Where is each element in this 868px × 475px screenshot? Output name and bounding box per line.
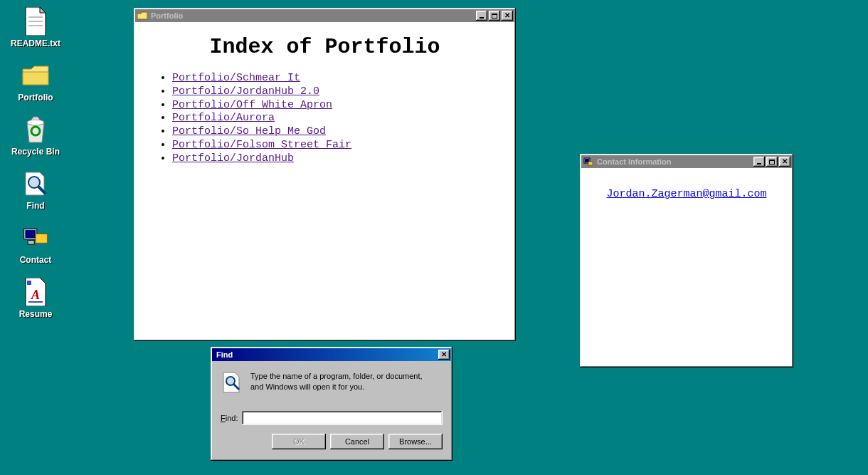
contact-titlebar[interactable]: Contact Information ✕ <box>581 155 792 168</box>
svg-point-8 <box>27 120 44 125</box>
find-label: Find: <box>221 414 238 422</box>
desktop-icon-readme[interactable]: README.txt <box>4 7 68 48</box>
portfolio-titlebar[interactable]: Portfolio ✕ <box>135 9 514 22</box>
recycle-bin-icon <box>21 115 50 144</box>
portfolio-link-item: Portfolio/Folsom Street Fair <box>172 139 500 152</box>
close-button[interactable]: ✕ <box>779 157 790 167</box>
find-titlebar[interactable]: Find ✕ <box>212 348 451 361</box>
portfolio-link-item: Portfolio/Off White Apron <box>172 99 500 113</box>
folder-icon <box>137 10 148 21</box>
desktop-icons: README.txt Portfolio Recycle Bin <box>0 7 71 319</box>
desktop-icon-recycle-bin[interactable]: Recycle Bin <box>4 115 68 157</box>
desktop-icon-label: Recycle Bin <box>11 147 60 157</box>
portfolio-link-item: Portfolio/So Help Me God <box>172 125 500 139</box>
portfolio-link[interactable]: Portfolio/Schmear It <box>172 72 300 84</box>
svg-text:A: A <box>31 288 40 302</box>
portfolio-link[interactable]: Portfolio/Off White Apron <box>172 99 332 111</box>
svg-marker-6 <box>23 72 48 85</box>
folder-icon <box>21 61 50 90</box>
desktop-icon-label: Find <box>26 201 44 211</box>
portfolio-link[interactable]: Portfolio/So Help Me God <box>172 125 326 137</box>
desktop-icon-label: README.txt <box>11 38 60 48</box>
portfolio-window: Portfolio ✕ Index of Portfolio Portfolio… <box>134 8 516 341</box>
desktop-icon-find[interactable]: Find <box>4 169 68 211</box>
svg-rect-15 <box>28 241 34 244</box>
computer-network-icon <box>21 224 50 252</box>
minimize-button[interactable] <box>476 11 487 21</box>
svg-rect-13 <box>25 230 36 238</box>
cancel-button[interactable]: Cancel <box>330 434 384 449</box>
browse-button[interactable]: Browse... <box>388 434 443 449</box>
find-input[interactable] <box>242 411 443 425</box>
desktop-icon-label: Contact <box>20 255 52 265</box>
find-icon <box>221 371 243 394</box>
find-title: Find <box>213 350 437 359</box>
portfolio-link-item: Portfolio/JordanHub 2.0 <box>172 85 500 99</box>
desktop-icon-label: Portfolio <box>18 93 53 103</box>
portfolio-link[interactable]: Portfolio/Folsom Street Fair <box>172 139 351 151</box>
portfolio-heading: Index of Portfolio <box>149 35 500 59</box>
find-icon <box>21 169 50 198</box>
portfolio-link-item: Portfolio/JordanHub <box>172 152 500 166</box>
portfolio-list: Portfolio/Schmear It Portfolio/JordanHub… <box>149 72 500 165</box>
contact-window: Contact Information ✕ Jordan.Zagerman@gm… <box>580 154 793 367</box>
portfolio-link[interactable]: Portfolio/Aurora <box>172 112 275 124</box>
computer-icon <box>583 156 594 167</box>
text-file-icon <box>21 7 50 36</box>
desktop-icon-resume[interactable]: A Resume <box>4 278 68 319</box>
svg-rect-14 <box>36 234 47 244</box>
close-button[interactable]: ✕ <box>502 11 513 21</box>
svg-rect-17 <box>27 281 31 285</box>
find-dialog: Find ✕ Type the name of a program, folde… <box>211 347 452 461</box>
ok-button: OK <box>272 434 326 449</box>
portfolio-link[interactable]: Portfolio/JordanHub <box>172 152 294 165</box>
find-body: Type the name of a program, folder, or d… <box>212 361 451 459</box>
contact-email-link[interactable]: Jordan.Zagerman@gmail.com <box>606 188 766 200</box>
find-message: Type the name of a program, folder, or d… <box>250 371 435 394</box>
svg-rect-23 <box>588 162 593 165</box>
document-icon: A <box>21 278 50 306</box>
desktop-icon-label: Resume <box>19 309 53 319</box>
maximize-button[interactable] <box>766 157 778 167</box>
desktop-icon-portfolio[interactable]: Portfolio <box>4 61 68 103</box>
portfolio-content: Index of Portfolio Portfolio/Schmear It … <box>135 22 514 340</box>
portfolio-link-item: Portfolio/Schmear It <box>172 72 500 85</box>
contact-content: Jordan.Zagerman@gmail.com <box>581 168 792 366</box>
svg-marker-1 <box>40 7 46 13</box>
svg-point-10 <box>28 177 40 188</box>
contact-title: Contact Information <box>597 157 752 166</box>
desktop-icon-contact[interactable]: Contact <box>4 224 68 265</box>
svg-marker-20 <box>137 12 147 19</box>
maximize-button[interactable] <box>489 11 500 21</box>
portfolio-link[interactable]: Portfolio/JordanHub 2.0 <box>172 85 319 98</box>
close-button[interactable]: ✕ <box>438 350 450 360</box>
minimize-button[interactable] <box>753 157 765 167</box>
portfolio-link-item: Portfolio/Aurora <box>172 112 500 125</box>
portfolio-title: Portfolio <box>151 11 475 20</box>
